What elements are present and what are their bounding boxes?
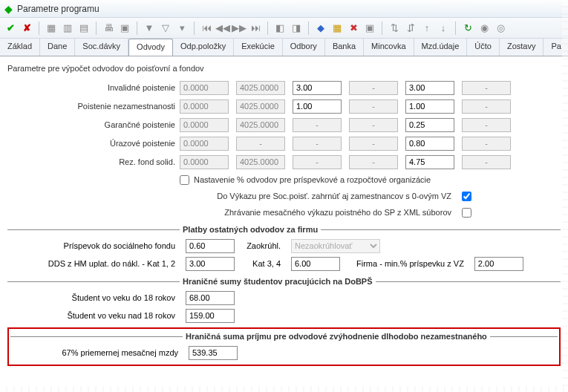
check-xml[interactable]: Zhrávanie mesačného výkazu poistného do … bbox=[139, 208, 561, 218]
sort-icon[interactable]: ⇵ bbox=[405, 22, 417, 34]
tool-icon[interactable]: ◨ bbox=[290, 22, 302, 34]
tool-icon[interactable]: ◎ bbox=[494, 22, 506, 34]
check-xml-box[interactable] bbox=[462, 208, 471, 218]
param-label: Invalidné poistenie bbox=[7, 83, 180, 92]
tool-icon[interactable]: ▣ bbox=[364, 22, 376, 34]
tool-icon[interactable]: ◆ bbox=[315, 22, 327, 34]
tool-icon[interactable]: ▦ bbox=[45, 22, 57, 34]
tool-icon[interactable]: ▥ bbox=[62, 22, 74, 34]
section-title: Parametre pre výpočet odvodov do poisťov… bbox=[7, 64, 561, 73]
preview-icon[interactable]: ▣ bbox=[119, 22, 131, 34]
pct-input[interactable] bbox=[189, 346, 238, 360]
param-input bbox=[180, 155, 229, 169]
dash-cell: - bbox=[462, 99, 511, 114]
param-input[interactable] bbox=[405, 155, 454, 169]
pct-label: 67% priemernej mesačnej mzdy bbox=[10, 348, 183, 357]
param-input bbox=[236, 81, 285, 95]
s18p-input[interactable] bbox=[186, 309, 235, 323]
firma-label: Firma - min.% príspevku z VZ bbox=[346, 259, 469, 268]
tool-icon[interactable]: ▦ bbox=[331, 22, 343, 34]
print-icon[interactable]: 🖶 bbox=[102, 22, 114, 34]
param-row: Invalidné poistenie-- bbox=[7, 79, 561, 97]
dash-cell: - bbox=[293, 137, 342, 151]
param-label: Úrazové poistenie bbox=[7, 139, 180, 148]
refresh-icon[interactable]: ↻ bbox=[462, 22, 474, 34]
zaokr-select[interactable]: Nezaokrúhlovať bbox=[291, 239, 380, 253]
tool-icon[interactable]: ✖ bbox=[347, 22, 359, 34]
first-icon[interactable]: ⏮ bbox=[200, 22, 212, 34]
check-vz0-box[interactable] bbox=[462, 192, 471, 201]
tab-dane[interactable]: Dane bbox=[40, 39, 75, 56]
dash-cell: - bbox=[236, 137, 285, 151]
zaokr-label: Zaokrúhl. bbox=[241, 241, 285, 250]
param-input[interactable] bbox=[293, 81, 342, 95]
prispevok-label: Príspevok do sociálneho fondu bbox=[7, 241, 180, 250]
tab-zostavy[interactable]: Zostavy bbox=[500, 39, 544, 56]
param-label: Poistenie nezamestnanosti bbox=[7, 102, 180, 111]
tab-odvody[interactable]: Odvody bbox=[128, 39, 173, 56]
last-icon[interactable]: ⏭ bbox=[249, 22, 261, 34]
check-org[interactable]: Nastavenie % odvodov pre príspevkové a r… bbox=[180, 175, 431, 185]
param-input bbox=[180, 118, 229, 132]
param-input bbox=[180, 99, 229, 114]
dash-cell: - bbox=[462, 137, 511, 151]
param-input[interactable] bbox=[405, 81, 454, 95]
ok-icon[interactable]: ✔ bbox=[4, 22, 16, 34]
param-input[interactable] bbox=[405, 118, 454, 132]
param-input[interactable] bbox=[293, 99, 342, 114]
tab-soc.dávky[interactable]: Soc.dávky bbox=[75, 39, 128, 56]
param-row: Rez. fond solid.--- bbox=[7, 153, 561, 171]
s18-input[interactable] bbox=[186, 291, 235, 305]
param-input bbox=[236, 118, 285, 132]
tab-odp.položky[interactable]: Odp.položky bbox=[173, 39, 234, 56]
tab-exekúcie[interactable]: Exekúcie bbox=[234, 39, 283, 56]
app-icon: ◆ bbox=[4, 3, 13, 15]
s18-label: Študent vo veku do 18 rokov bbox=[7, 293, 180, 302]
subheader-studenti: Hraničné sumy študentov pracujúcich na D… bbox=[7, 277, 561, 286]
filter-icon[interactable]: ▼ bbox=[143, 22, 155, 34]
tab-mzd.údaje[interactable]: Mzd.údaje bbox=[414, 39, 468, 56]
sort-icon[interactable]: ⇅ bbox=[388, 22, 400, 34]
dash-cell: - bbox=[349, 155, 398, 169]
tool-icon[interactable]: ▤ bbox=[78, 22, 90, 34]
prev-icon[interactable]: ◀◀ bbox=[217, 22, 229, 34]
filter-icon[interactable]: ▽ bbox=[160, 22, 172, 34]
param-label: Rez. fond solid. bbox=[7, 157, 180, 166]
tool-icon[interactable]: ◧ bbox=[274, 22, 286, 34]
dash-cell: - bbox=[349, 118, 398, 132]
highlight-box: Hraničná suma príjmu pre odvodové zvýhod… bbox=[7, 327, 561, 366]
up-icon[interactable]: ↑ bbox=[421, 22, 433, 34]
prispevok-input[interactable] bbox=[186, 239, 235, 253]
cancel-icon[interactable]: ✘ bbox=[21, 22, 33, 34]
filter-icon[interactable]: ▾ bbox=[176, 22, 188, 34]
param-input bbox=[180, 81, 229, 95]
firma-input[interactable] bbox=[474, 257, 523, 271]
param-input bbox=[236, 155, 285, 169]
tool-icon[interactable]: ◉ bbox=[478, 22, 490, 34]
window-title: Parametre programu bbox=[17, 4, 99, 14]
param-input[interactable] bbox=[405, 137, 454, 151]
dash-cell: - bbox=[293, 118, 342, 132]
kat34-input[interactable] bbox=[291, 257, 340, 271]
tab-mincovka[interactable]: Mincovka bbox=[364, 39, 414, 56]
param-input[interactable] bbox=[405, 99, 454, 114]
tabs: ZákladDaneSoc.dávkyOdvodyOdp.položkyExek… bbox=[0, 39, 568, 56]
param-input bbox=[180, 137, 229, 151]
tab-základ[interactable]: Základ bbox=[0, 39, 40, 56]
check-vz0[interactable]: Do Výkazu pre Soc.poisť. zahrnúť aj zame… bbox=[139, 192, 561, 201]
toolbar: ✔ ✘ ▦ ▥ ▤ 🖶 ▣ ▼ ▽ ▾ ⏮ ◀◀ ▶▶ ⏭ ◧ ◨ ◆ ▦ ✖ … bbox=[0, 18, 568, 39]
param-row: Poistenie nezamestnanosti-- bbox=[7, 97, 561, 115]
check-org-box[interactable] bbox=[180, 175, 189, 185]
subheader-platby: Platby ostatných odvodov za firmu bbox=[7, 225, 561, 234]
next-icon[interactable]: ▶▶ bbox=[233, 22, 245, 34]
dash-cell: - bbox=[293, 155, 342, 169]
dash-cell: - bbox=[349, 137, 398, 151]
down-icon[interactable]: ↓ bbox=[437, 22, 449, 34]
dash-cell: - bbox=[349, 81, 398, 95]
kat34-label: Kat 3, 4 bbox=[241, 259, 285, 268]
dds-input[interactable] bbox=[186, 257, 235, 271]
tab-odbory[interactable]: Odbory bbox=[283, 39, 325, 56]
tab-banka[interactable]: Banka bbox=[325, 39, 364, 56]
tab-účto[interactable]: Účto bbox=[467, 39, 500, 56]
dds-label: DDS z HM uplat. do nákl. - Kat 1, 2 bbox=[7, 259, 180, 268]
